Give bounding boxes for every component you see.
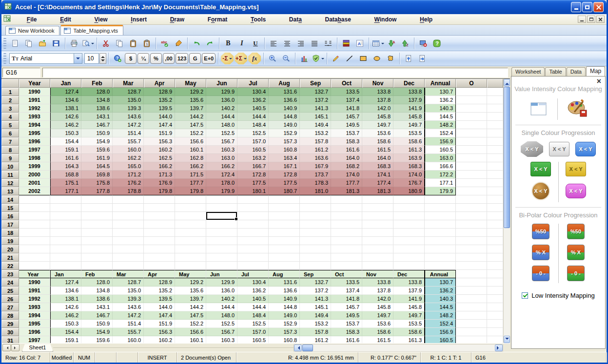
cell[interactable] xyxy=(81,220,113,229)
cell[interactable] xyxy=(331,237,362,245)
cell[interactable] xyxy=(487,311,503,320)
cell[interactable] xyxy=(113,253,144,262)
cell[interactable]: 152.5 xyxy=(206,129,237,137)
cell[interactable]: 136.2 xyxy=(237,287,269,295)
cell[interactable]: 164.0 xyxy=(362,154,393,162)
cell[interactable]: 180.9 xyxy=(393,187,425,195)
scroll-right-button[interactable] xyxy=(495,345,503,351)
cell[interactable]: 166.2 xyxy=(206,162,237,171)
cell[interactable]: 151.9 xyxy=(144,129,175,137)
cell[interactable]: 1993 xyxy=(19,303,50,311)
cell[interactable]: 166.7 xyxy=(237,162,269,171)
cell[interactable]: 145.7 xyxy=(331,303,362,311)
cell[interactable] xyxy=(362,212,393,220)
cell[interactable]: 134.8 xyxy=(81,96,113,104)
toolbar-grip[interactable] xyxy=(3,53,6,64)
spell-check-button[interactable]: abc xyxy=(158,37,171,50)
new-document-button[interactable] xyxy=(9,37,21,50)
row-header-12[interactable]: 12 xyxy=(1,179,19,187)
cell[interactable] xyxy=(206,204,237,212)
horizontal-scroll-thumb[interactable] xyxy=(302,345,313,351)
cell[interactable]: 137.9 xyxy=(393,287,425,295)
cell[interactable] xyxy=(331,245,362,253)
cell[interactable]: 141.9 xyxy=(393,104,425,113)
cell[interactable]: 147.2 xyxy=(113,121,144,129)
cell[interactable]: 160.5 xyxy=(425,336,456,343)
cell[interactable] xyxy=(81,212,113,220)
paste-special-button[interactable]: 1 xyxy=(140,37,153,50)
cell[interactable] xyxy=(362,195,393,204)
cell[interactable] xyxy=(425,262,456,270)
cell[interactable]: 152.5 xyxy=(206,320,237,328)
cell[interactable]: 149.4 xyxy=(300,311,331,320)
column-header-O[interactable]: O xyxy=(456,79,487,88)
cell[interactable] xyxy=(456,253,487,262)
cell[interactable]: 133.8 xyxy=(393,278,425,287)
cell[interactable] xyxy=(269,229,300,237)
cell[interactable] xyxy=(19,253,50,262)
cell[interactable]: 131.6 xyxy=(269,278,300,287)
minimize-button[interactable] xyxy=(571,2,581,12)
cell[interactable] xyxy=(113,195,144,204)
cell[interactable]: 176.9 xyxy=(144,179,175,187)
cell[interactable]: 181.3 xyxy=(362,187,393,195)
number-format-button[interactable]: 123 xyxy=(176,53,188,64)
underline-button[interactable]: U xyxy=(249,37,262,50)
cell[interactable] xyxy=(50,262,81,270)
cell[interactable] xyxy=(456,229,487,237)
cell[interactable]: Jul xyxy=(237,270,269,278)
cell[interactable]: 149.0 xyxy=(269,121,300,129)
sort-descending-button[interactable]: Z xyxy=(399,37,412,50)
cell[interactable] xyxy=(206,262,237,270)
cell[interactable]: 152.4 xyxy=(425,129,456,137)
cell[interactable]: 160.1 xyxy=(175,146,206,154)
export-right-button[interactable] xyxy=(416,52,429,65)
font-size-input[interactable]: 10 xyxy=(84,53,99,64)
cell[interactable]: Jan xyxy=(50,270,81,278)
cell[interactable]: 174.1 xyxy=(362,171,393,179)
cell[interactable]: 130.7 xyxy=(425,278,456,287)
cell[interactable]: 156.3 xyxy=(144,137,175,146)
cell[interactable]: 1992 xyxy=(19,104,50,113)
cell[interactable] xyxy=(487,262,503,270)
workbook-tab-table-mapping-vts[interactable]: Table_Mapping.vts xyxy=(60,25,123,35)
cell[interactable]: 128.0 xyxy=(81,278,113,287)
cell[interactable] xyxy=(113,262,144,270)
bipolar-x-blue-button[interactable]: % X xyxy=(532,245,549,260)
cell[interactable]: 145.8 xyxy=(393,113,425,121)
menu-insert[interactable]: Insert xyxy=(126,15,152,24)
cell[interactable]: 130.4 xyxy=(237,278,269,287)
cell[interactable]: 171.2 xyxy=(113,171,144,179)
cell[interactable]: 129.2 xyxy=(175,278,206,287)
cell[interactable] xyxy=(81,195,113,204)
cell[interactable] xyxy=(113,229,144,237)
panel-tab-data[interactable]: Data xyxy=(567,67,586,76)
cell[interactable] xyxy=(81,253,113,262)
cell[interactable] xyxy=(487,96,503,104)
cell[interactable]: 151.4 xyxy=(113,129,144,137)
cell[interactable]: 143.6 xyxy=(113,303,144,311)
cell[interactable]: 133.8 xyxy=(362,88,393,96)
cell[interactable]: 144.4 xyxy=(206,113,237,121)
cell[interactable] xyxy=(300,220,331,229)
cell[interactable] xyxy=(269,204,300,212)
sort-ascending-button[interactable]: A xyxy=(385,37,398,50)
cell[interactable]: 2002 xyxy=(19,187,50,195)
cell[interactable]: 158.3 xyxy=(331,328,362,336)
cell[interactable]: Year xyxy=(19,270,50,278)
cell[interactable]: 167.1 xyxy=(269,162,300,171)
cell[interactable]: 136.0 xyxy=(206,287,237,295)
cell[interactable]: Jun xyxy=(206,270,237,278)
cell[interactable] xyxy=(113,204,144,212)
cell[interactable]: 155.7 xyxy=(113,137,144,146)
cell[interactable]: 159.1 xyxy=(50,146,81,154)
cell[interactable] xyxy=(50,245,81,253)
cell[interactable] xyxy=(113,245,144,253)
cell[interactable]: 128.7 xyxy=(113,88,144,96)
bipolar-50-blue-button[interactable]: %50 xyxy=(532,224,549,239)
print-preview-button-dropdown-icon[interactable] xyxy=(91,43,94,46)
cell[interactable] xyxy=(237,237,269,245)
selected-cell[interactable] xyxy=(206,212,237,220)
cell[interactable]: 137.2 xyxy=(300,287,331,295)
cell[interactable] xyxy=(487,162,503,171)
